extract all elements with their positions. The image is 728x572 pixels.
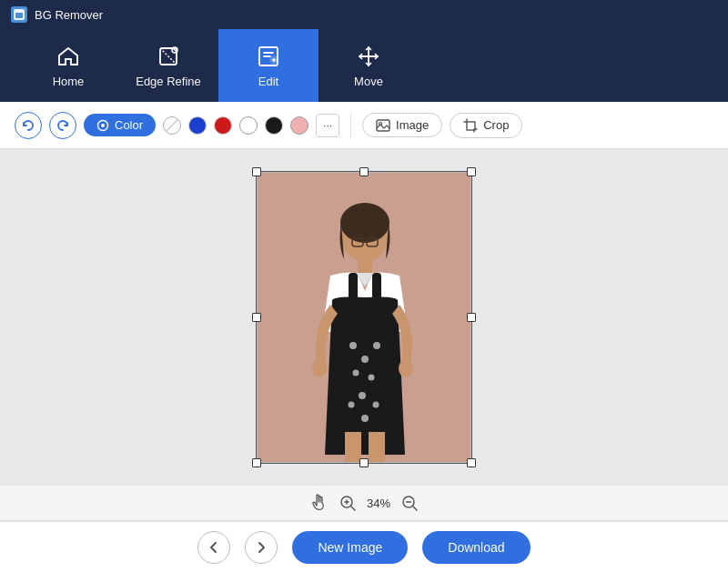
download-button[interactable]: Download [422,531,530,564]
handle-top-right[interactable] [467,167,476,176]
nav-bar: Home Edge Refine Edit [0,29,728,102]
nav-home[interactable]: Home [18,29,118,102]
edge-refine-icon [156,44,181,69]
nav-edge-refine[interactable]: Edge Refine [118,29,218,102]
undo-button[interactable] [15,112,42,139]
title-bar: BG Remover [0,0,728,29]
toolbar-separator [350,113,351,138]
handle-bottom-left[interactable] [252,458,261,467]
zoom-level: 34% [367,497,390,510]
svg-line-36 [351,507,355,510]
svg-point-17 [349,342,357,349]
color-button[interactable]: Color [84,114,156,136]
color-btn-label: Color [115,118,143,132]
toolbar: Color ··· Image Crop [0,102,728,149]
svg-point-21 [369,374,375,380]
more-btn-label: ··· [323,119,332,132]
svg-point-25 [361,415,369,422]
handle-bottom-right[interactable] [467,458,476,467]
svg-rect-1 [15,13,23,18]
crop-btn-label: Crop [483,118,509,132]
color-swatch-pink[interactable] [290,116,308,135]
download-label: Download [448,540,504,555]
zoom-bar: 34% [0,485,728,521]
new-image-button[interactable]: New Image [292,531,408,564]
svg-rect-16 [372,273,381,305]
redo-button[interactable] [49,112,76,139]
nav-move[interactable]: Move [318,29,419,102]
nav-edge-refine-label: Edge Refine [136,75,201,88]
app-title: BG Remover [35,8,103,22]
svg-point-18 [361,356,369,363]
image-button[interactable]: Image [362,113,442,137]
edit-icon [256,44,281,69]
image-btn-label: Image [396,118,429,132]
nav-move-label: Move [354,75,383,88]
zoom-in-button[interactable] [339,495,356,511]
nav-home-label: Home [53,75,85,88]
handle-middle-left[interactable] [252,313,261,322]
canvas-area [0,149,728,485]
svg-rect-15 [349,273,358,305]
handle-middle-right[interactable] [467,313,476,322]
color-swatch-white[interactable] [239,116,258,135]
next-button[interactable] [245,531,278,564]
svg-point-19 [373,342,380,349]
color-swatch-red[interactable] [214,116,232,135]
crop-button[interactable]: Crop [450,113,522,138]
color-swatch-black[interactable] [265,116,283,135]
svg-line-39 [413,507,417,510]
svg-rect-9 [377,120,389,131]
svg-point-7 [101,124,105,127]
image-container[interactable] [257,172,471,463]
bottom-bar: New Image Download [0,521,728,572]
color-swatch-transparent[interactable] [163,116,181,135]
move-icon [356,44,381,69]
svg-point-20 [353,369,359,376]
zoom-out-button[interactable] [401,495,418,511]
handle-bottom-center[interactable] [359,458,369,467]
color-swatch-blue[interactable] [188,116,207,135]
nav-edit[interactable]: Edit [218,29,318,102]
svg-line-8 [167,120,177,131]
home-icon [56,44,81,69]
svg-point-22 [359,392,366,399]
handle-top-left[interactable] [252,167,261,176]
nav-edit-label: Edit [258,75,278,88]
svg-point-23 [373,401,379,407]
prev-button[interactable] [197,531,230,564]
svg-point-13 [340,203,389,243]
new-image-label: New Image [318,540,382,555]
svg-rect-32 [369,432,385,463]
svg-point-30 [399,359,413,377]
pan-tool-button[interactable] [310,494,329,512]
app-icon [11,6,27,23]
handle-top-center[interactable] [359,167,369,176]
more-colors-button[interactable]: ··· [316,114,339,137]
svg-point-24 [349,401,355,407]
svg-point-29 [312,359,327,377]
image-preview [257,172,471,463]
